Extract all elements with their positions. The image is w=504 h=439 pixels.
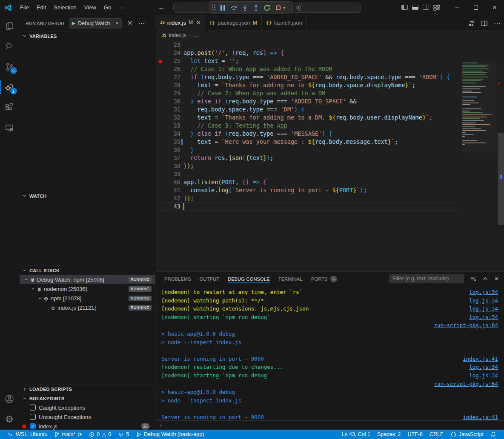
debug-settings-gear-icon[interactable] [127, 20, 133, 26]
editor-tab-package-json[interactable]: {}package.jsonM [205, 15, 262, 30]
stop-button[interactable] [273, 3, 283, 13]
sidebar-more-actions-icon[interactable]: ··· [138, 20, 145, 26]
source-link[interactable]: log.js:34 [469, 371, 498, 380]
code-line-27[interactable]: 27 if (req.body.type === 'ADDED_TO_SPACE… [156, 73, 504, 81]
breakpoint-checkbox[interactable]: ✓ [30, 423, 36, 429]
search-icon[interactable] [0, 36, 19, 57]
eol-indicator[interactable]: CRLF [426, 430, 447, 439]
source-link[interactable]: index.js:41 [463, 355, 498, 363]
breakpoints-section-header[interactable]: › BREAKPOINTS [20, 393, 155, 403]
minimap[interactable] [462, 63, 497, 153]
editor-scrollbar[interactable] [498, 40, 504, 296]
encoding-indicator[interactable]: UTF-8 [404, 430, 426, 439]
toggle-secondary-sidebar-icon[interactable] [423, 5, 429, 10]
step-over-button[interactable] [229, 3, 239, 13]
breakpoint-dot[interactable]: ● [156, 57, 164, 65]
code-line-37[interactable]: 37 return res.json({text}); [156, 154, 504, 162]
close-window-button[interactable]: ✕ [485, 0, 504, 15]
editor-tab-launch-json[interactable]: {}launch.json [262, 15, 307, 30]
code-line-38[interactable]: 38}); [156, 162, 504, 170]
indentation-indicator[interactable]: Spaces: 2 [374, 430, 404, 439]
run-and-debug-icon[interactable]: 1 [0, 77, 19, 97]
call-stack-row[interactable]: ›npm [21078]RUNNING [20, 294, 155, 303]
minimize-button[interactable]: ─ [448, 0, 467, 15]
breakpoint-row[interactable]: Caught Exceptions [20, 403, 155, 412]
git-branch-indicator[interactable]: main* ⟳ [51, 430, 86, 439]
breakpoint-row[interactable]: Uncaught Exceptions [20, 412, 155, 422]
drag-gripper-icon[interactable] [212, 4, 216, 11]
code-line-31[interactable]: 31 req.body.space.type === 'DM') { [156, 105, 504, 114]
close-panel-icon[interactable]: ✕ [494, 276, 499, 282]
problems-indicator[interactable]: 0 △ 0 [86, 430, 115, 439]
code-line-30[interactable]: 30 } else if (req.body.type === 'ADDED_T… [156, 97, 504, 105]
step-out-button[interactable] [251, 3, 261, 13]
settings-gear-icon[interactable]: ⚙ [0, 409, 19, 430]
remote-indicator[interactable]: WSL: Ubuntu [4, 430, 51, 439]
close-tab-icon[interactable]: ✕ [196, 20, 200, 26]
remote-explorer-icon[interactable] [0, 118, 19, 138]
cursor-position-indicator[interactable]: Ln 43, Col 1 [338, 430, 373, 439]
call-stack-row[interactable]: ›nodemon [25036]RUNNING [20, 284, 155, 294]
debug-console-output[interactable]: [nodemon] to restart at any time, enter … [156, 286, 504, 421]
nav-back-icon[interactable]: ← [158, 4, 165, 11]
debug-session-indicator[interactable]: Debug Watch (basic-app) [132, 430, 207, 439]
breadcrumb[interactable]: JS index.js › … [156, 30, 504, 40]
source-link[interactable]: run-script-pkg.js:64 [434, 380, 498, 388]
restart-button[interactable] [262, 3, 272, 13]
code-line-35[interactable]: 35 text = `Here was your message : ${req… [156, 138, 504, 146]
source-link[interactable]: log.js:34 [469, 288, 498, 296]
tab-debug-console[interactable]: DEBUG CONSOLE [225, 273, 272, 285]
menu-item-go[interactable]: Go [100, 3, 115, 12]
toggle-sidebar-icon[interactable] [401, 5, 408, 10]
tab-problems[interactable]: PROBLEMS [162, 273, 194, 285]
maximize-button[interactable] [467, 0, 485, 15]
pause-button[interactable] [218, 3, 228, 13]
customize-layout-icon[interactable] [433, 5, 440, 11]
source-link[interactable]: index.js:41 [463, 413, 498, 421]
notifications-bell-icon[interactable] [487, 430, 500, 439]
maximize-panel-icon[interactable] [482, 276, 488, 282]
menu-item-view[interactable]: View [80, 3, 100, 12]
breakpoint-checkbox[interactable] [30, 414, 36, 420]
code-line-32[interactable]: 32 text = `Thanks for adding me to a DM,… [156, 114, 504, 122]
loaded-scripts-section-header[interactable]: › LOADED SCRIPTS [20, 384, 155, 393]
toggle-panel-icon[interactable] [412, 5, 418, 10]
tab-terminal[interactable]: TERMINAL [276, 273, 305, 285]
sync-icon[interactable]: ⟳ [77, 431, 82, 438]
account-icon[interactable] [0, 389, 19, 409]
step-into-button[interactable] [240, 3, 250, 13]
code-editor[interactable]: 2324app.post('/', (req, res) => {●25 let… [156, 40, 504, 271]
code-line-43[interactable]: 43 [156, 202, 504, 211]
call-stack-section-header[interactable]: › CALL STACK [20, 265, 155, 275]
code-line-26[interactable]: 26 // Case 1: When App was added to the … [156, 65, 504, 73]
launch-config-dropdown[interactable]: ▶ Debug Watch ▼ [69, 18, 122, 29]
source-link[interactable]: log.js:34 [469, 363, 498, 371]
source-link[interactable]: log.js:34 [469, 313, 498, 322]
code-line-25[interactable]: ●25 let text = ''; [156, 57, 504, 65]
code-line-36[interactable]: 36 } [156, 146, 504, 154]
code-line-29[interactable]: 29 // Case 2: When App was added to a DM [156, 89, 504, 97]
split-editor-icon[interactable] [481, 20, 488, 27]
tab-output[interactable]: OUTPUT [197, 273, 222, 285]
source-control-icon[interactable]: 5 [0, 57, 19, 77]
call-stack-row[interactable]: ›Debug Watch: npm [25008]RUNNING [20, 275, 155, 284]
debug-console-input[interactable]: › [156, 420, 504, 429]
code-line-33[interactable]: 33 // Case 3: Texting the App [156, 122, 504, 130]
editor-tab-index-js[interactable]: JSindex.jsM✕ [156, 15, 205, 30]
code-line-23[interactable]: 23 [156, 41, 504, 49]
open-changes-icon[interactable] [468, 20, 475, 27]
start-debug-icon[interactable]: ▶ [72, 20, 75, 26]
console-filter-input[interactable]: Filter (e.g. text, !exclude) [389, 274, 464, 283]
code-line-40[interactable]: 40app.listen(PORT, () => { [156, 178, 504, 186]
editor-more-actions-icon[interactable]: ··· [494, 20, 501, 27]
explorer-icon[interactable] [0, 16, 19, 36]
code-line-28[interactable]: 28 text = `Thanks for adding me to ${req… [156, 81, 504, 89]
forwarded-ports-indicator[interactable]: 5 [115, 430, 132, 439]
clear-console-icon[interactable] [470, 276, 476, 282]
source-link[interactable]: log.js:34 [469, 296, 498, 305]
menu-item-selection[interactable]: Selection [50, 3, 80, 12]
source-link[interactable]: run-script-pkg.js:64 [434, 321, 498, 330]
language-indicator[interactable]: {}JavaScript [447, 430, 487, 439]
tab-ports[interactable]: PORTS5 [309, 272, 340, 286]
extensions-icon[interactable] [0, 97, 19, 118]
